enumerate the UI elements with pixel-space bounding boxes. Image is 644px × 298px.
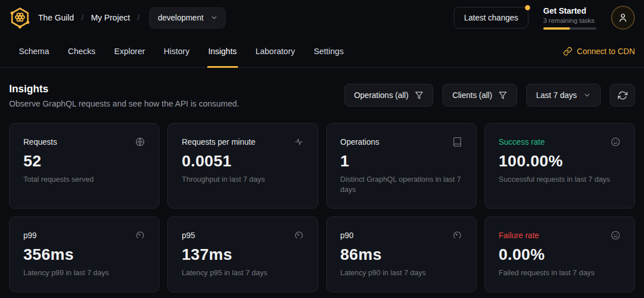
breadcrumb-project[interactable]: My Project	[91, 13, 130, 22]
latest-changes-button[interactable]: Latest changes	[454, 7, 528, 28]
tab-laboratory[interactable]: Laboratory	[256, 35, 295, 67]
page-head: Insights Observe GraphQL requests and se…	[9, 83, 635, 108]
stat-card: Requests per minute 0.0051 Throughput in…	[167, 123, 318, 209]
card-description: Latency p95 in last 7 days	[182, 268, 303, 278]
stat-card: Success rate 100.00% Successful requests…	[485, 123, 635, 209]
card-title: p95	[182, 231, 195, 240]
connect-to-cdn-label: Connect to CDN	[577, 47, 635, 56]
get-started-subtitle: 3 remaining tasks	[543, 17, 596, 24]
card-value: 0.0051	[182, 152, 303, 170]
insights-page: Insights Observe GraphQL requests and se…	[0, 83, 644, 292]
card-description: Latency p99 in last 7 days	[23, 268, 145, 278]
refresh-icon	[618, 91, 627, 100]
breadcrumb: The Guild / My Project / development	[9, 7, 225, 28]
breadcrumb-org[interactable]: The Guild	[38, 13, 74, 22]
card-title: Requests	[23, 137, 57, 146]
stats-grid: Requests 52 Total requests served Reques…	[9, 123, 635, 292]
card-value: 356ms	[23, 246, 145, 264]
stat-card: Operations 1 Distinct GraphQL operations…	[326, 123, 477, 209]
get-started-progress-fill	[543, 27, 570, 30]
card-value: 1	[341, 152, 462, 170]
stat-card: p95 137ms Latency p95 in last 7 days	[167, 217, 318, 292]
card-description: Total requests served	[23, 174, 145, 185]
card-description: Distinct GraphQL operations in last 7 da…	[341, 174, 462, 194]
breadcrumb-separator: /	[81, 13, 84, 22]
card-title: Failure rate	[499, 231, 539, 240]
filters-toolbar: Operations (all) Clients (all) Last 7 da…	[344, 84, 635, 107]
tab-schema[interactable]: Schema	[19, 35, 49, 67]
notification-dot-icon	[525, 5, 530, 10]
breadcrumb-separator: /	[137, 13, 140, 22]
filter-funnel-icon	[498, 91, 507, 100]
refresh-button[interactable]	[610, 84, 635, 107]
tab-settings[interactable]: Settings	[314, 35, 343, 67]
get-started-progress-bar	[543, 27, 596, 30]
period-select[interactable]: Last 7 days	[526, 84, 601, 107]
target-selector-value: development	[158, 13, 203, 22]
chevron-down-icon	[210, 14, 218, 22]
tab-history[interactable]: History	[164, 35, 190, 67]
book-icon	[452, 137, 462, 147]
card-description: Throughput in last 7 days	[182, 174, 303, 185]
tab-checks[interactable]: Checks	[68, 35, 95, 67]
guild-logo-icon[interactable]	[9, 7, 31, 28]
stat-card: Requests 52 Total requests served	[9, 123, 159, 209]
header-right: Latest changes Get Started 3 remaining t…	[454, 6, 635, 30]
page-head-text: Insights Observe GraphQL requests and se…	[9, 83, 239, 108]
clients-filter-label: Clients (all)	[452, 91, 492, 100]
activity-icon	[294, 137, 304, 147]
card-description: Latency p90 in last 7 days	[341, 268, 462, 278]
frown-icon	[610, 230, 621, 240]
card-title: Operations	[341, 137, 379, 146]
period-select-value: Last 7 days	[536, 91, 577, 100]
page-title: Insights	[9, 83, 239, 95]
gauge-icon	[294, 230, 304, 240]
smile-icon	[610, 137, 621, 147]
chevron-down-icon	[583, 91, 591, 99]
card-description: Failed requests in last 7 days	[499, 268, 621, 278]
card-value: 86ms	[341, 246, 462, 264]
top-header: The Guild / My Project / development Lat…	[0, 0, 644, 35]
filter-funnel-icon	[415, 91, 424, 100]
card-value: 100.00%	[499, 152, 621, 170]
card-title: p99	[23, 231, 36, 240]
stat-card: Failure rate 0.00% Failed requests in la…	[485, 217, 635, 292]
avatar[interactable]	[611, 6, 635, 30]
connect-to-cdn-link[interactable]: Connect to CDN	[563, 47, 635, 56]
card-value: 137ms	[182, 246, 303, 264]
tab-insights[interactable]: Insights	[208, 35, 237, 67]
card-title: p90	[341, 231, 354, 240]
operations-filter-label: Operations (all)	[354, 91, 409, 100]
get-started-widget[interactable]: Get Started 3 remaining tasks	[543, 6, 596, 30]
card-title: Requests per minute	[182, 137, 255, 146]
user-icon	[617, 12, 629, 23]
nav-tabs: Schema Checks Explorer History Insights …	[9, 35, 343, 67]
page-subtitle: Observe GraphQL requests and see how the…	[9, 99, 239, 108]
card-value: 52	[23, 152, 145, 170]
get-started-title: Get Started	[543, 6, 596, 15]
card-value: 0.00%	[499, 246, 621, 264]
card-title: Success rate	[499, 137, 545, 146]
target-selector[interactable]: development	[149, 7, 225, 28]
gauge-icon	[452, 230, 462, 240]
stat-card: p90 86ms Latency p90 in last 7 days	[326, 217, 477, 292]
main-nav: Schema Checks Explorer History Insights …	[0, 35, 644, 68]
globe-icon	[135, 137, 145, 147]
stat-card: p99 356ms Latency p99 in last 7 days	[9, 217, 159, 292]
operations-filter-button[interactable]: Operations (all)	[344, 84, 434, 107]
link-icon	[563, 47, 572, 56]
clients-filter-button[interactable]: Clients (all)	[442, 84, 517, 107]
latest-changes-label: Latest changes	[464, 13, 518, 22]
card-description: Successful requests in last 7 days	[499, 174, 621, 185]
gauge-icon	[135, 230, 145, 240]
tab-explorer[interactable]: Explorer	[114, 35, 145, 67]
